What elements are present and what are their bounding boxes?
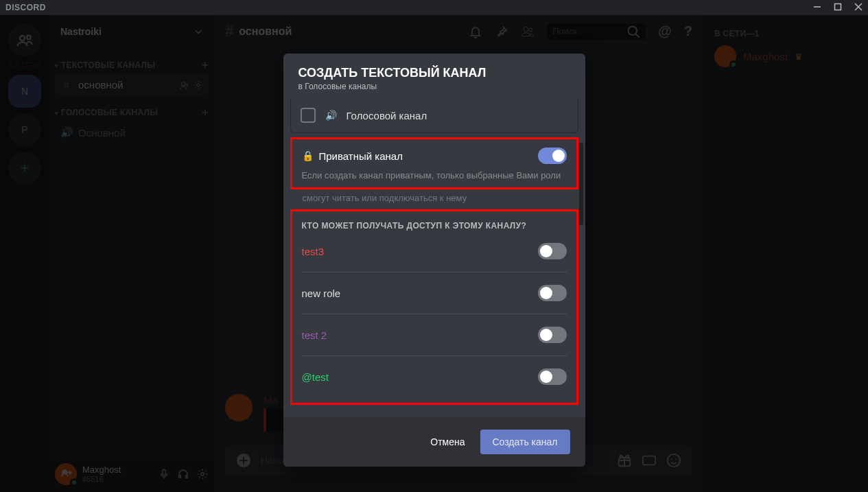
role-name: test3: [302, 246, 325, 257]
checkbox[interactable]: [301, 108, 316, 123]
modal-title: СОЗДАТЬ ТЕКСТОВЫЙ КАНАЛ: [298, 66, 570, 80]
role-row: @test: [302, 356, 567, 397]
role-name: new role: [302, 288, 341, 299]
private-channel-section: 🔒 Приватный канал Если создать канал при…: [290, 137, 578, 189]
role-toggle[interactable]: [538, 327, 567, 343]
window-minimize-icon[interactable]: [813, 2, 821, 13]
role-name: test 2: [302, 329, 327, 341]
svg-rect-1: [835, 4, 841, 10]
create-button[interactable]: Создать канал: [480, 430, 570, 454]
window-maximize-icon[interactable]: [834, 2, 842, 13]
channel-type-voice[interactable]: 🔊 Голосовой канал: [290, 98, 578, 133]
private-toggle[interactable]: [538, 148, 567, 164]
window-close-icon[interactable]: [854, 2, 863, 13]
role-row: new role: [302, 272, 567, 314]
role-row: test 2: [302, 314, 567, 356]
role-access-section: КТО МОЖЕТ ПОЛУЧАТЬ ДОСТУП К ЭТОМУ КАНАЛУ…: [290, 209, 578, 405]
modal-subtitle: в Голосовые каналы: [298, 82, 570, 91]
cancel-button[interactable]: Отмена: [430, 436, 465, 447]
lock-icon: 🔒: [302, 150, 314, 161]
discord-logo: DISCORD: [5, 3, 46, 12]
modal-scrollbar[interactable]: [579, 143, 583, 438]
role-toggle[interactable]: [538, 368, 567, 385]
speaker-icon: 🔊: [325, 110, 337, 121]
role-toggle[interactable]: [538, 285, 567, 301]
role-name: @test: [302, 371, 329, 383]
window-titlebar: DISCORD: [0, 0, 868, 15]
role-row: test3: [302, 231, 567, 272]
role-toggle[interactable]: [538, 243, 567, 259]
create-channel-modal: СОЗДАТЬ ТЕКСТОВЫЙ КАНАЛ в Голосовые кана…: [283, 54, 585, 467]
